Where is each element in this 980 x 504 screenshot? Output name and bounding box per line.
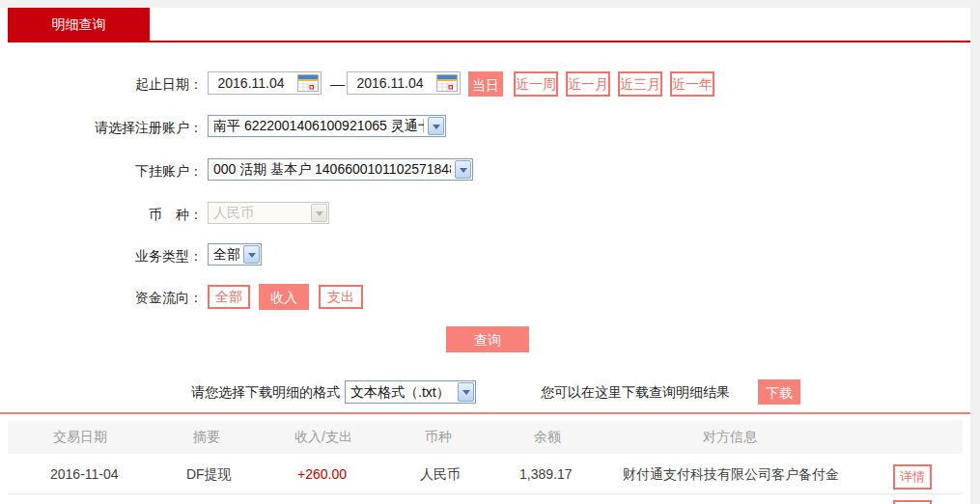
date-range-separator: —: [330, 71, 345, 97]
calendar-icon[interactable]: [297, 74, 319, 92]
chevron-down-icon: [455, 160, 471, 179]
table-header: 交易日期 摘要 收入/支出 币种 余额 对方信息: [8, 420, 963, 454]
flow-all-button[interactable]: 全部: [208, 285, 250, 309]
download-section-divider: [0, 412, 970, 414]
currency-value: 人民币: [213, 203, 307, 223]
detail-button-partial[interactable]: [893, 500, 932, 504]
cell-currency: 人民币: [420, 454, 461, 494]
register-account-value: 南平 6222001406100921065 灵通卡: [213, 116, 424, 136]
tab-underline: [8, 41, 970, 42]
quick-range-3months-button[interactable]: 近三月: [618, 71, 662, 97]
cell-balance: 1,389.17: [519, 454, 573, 494]
download-button[interactable]: 下载: [758, 379, 800, 405]
chevron-down-icon: [428, 117, 444, 135]
quick-range-week-button[interactable]: 近一周: [514, 71, 558, 97]
chevron-down-icon: [243, 245, 260, 264]
currency-select: 人民币: [208, 202, 329, 224]
col-header-amount: 收入/支出: [294, 420, 352, 454]
download-format-label: 请您选择下载明细的格式: [176, 379, 340, 405]
cell-summary: DF提现: [186, 454, 232, 494]
business-type-value: 全部: [213, 244, 239, 265]
sub-account-value: 000 活期 基本户 1406600101102571848: [213, 159, 451, 180]
date-range-label: 起止日期：: [5, 72, 203, 96]
business-type-label: 业务类型：: [5, 244, 203, 267]
date-from-field: [208, 71, 322, 95]
col-header-summary: 摘要: [193, 420, 220, 454]
date-from-input[interactable]: [209, 72, 294, 94]
detail-query-panel: 明细查询 起止日期： —: [0, 8, 970, 504]
quick-range-today-button[interactable]: 当日: [468, 71, 503, 97]
sub-account-select[interactable]: 000 活期 基本户 1406600101102571848: [208, 158, 473, 181]
cell-date: 2016-11-04: [50, 454, 119, 494]
col-header-balance: 余额: [534, 420, 561, 454]
cell-counterparty: 财付通支付科技有限公司客户备付金: [623, 454, 839, 494]
flow-income-button[interactable]: 收入: [259, 284, 309, 310]
calendar-icon[interactable]: [436, 74, 458, 92]
register-account-select[interactable]: 南平 6222001406100921065 灵通卡: [208, 115, 446, 137]
quick-range-year-button[interactable]: 近一年: [670, 71, 714, 97]
col-header-currency: 币种: [425, 420, 452, 454]
fund-flow-label: 资金流向：: [5, 286, 203, 309]
download-hint: 您可以在这里下载查询明细结果: [541, 379, 730, 405]
query-button[interactable]: 查询: [446, 326, 529, 352]
detail-button[interactable]: 详情: [893, 464, 932, 490]
download-format-select[interactable]: 文本格式（.txt）: [345, 380, 476, 404]
chevron-down-icon: [311, 204, 327, 222]
table-row-partial: [8, 495, 963, 504]
chevron-down-icon: [458, 382, 474, 402]
table-row: 2016-11-04 DF提现 +260.00 人民币 1,389.17 财付通…: [8, 454, 963, 494]
detail-query-page: 明细查询 起止日期： —: [0, 0, 980, 504]
download-format-value: 文本格式（.txt）: [350, 381, 454, 403]
col-header-counterparty: 对方信息: [703, 420, 757, 454]
sub-account-label: 下挂账户：: [5, 159, 203, 182]
flow-expense-button[interactable]: 支出: [319, 285, 363, 309]
quick-range-month-button[interactable]: 近一月: [566, 71, 610, 97]
date-to-field: [347, 71, 461, 95]
currency-label: 币 种：: [5, 203, 203, 226]
tab-detail-query[interactable]: 明细查询: [8, 8, 150, 41]
register-account-label: 请选择注册账户：: [5, 116, 203, 139]
business-type-select[interactable]: 全部: [208, 243, 262, 266]
cell-amount: +260.00: [297, 454, 347, 494]
date-to-input[interactable]: [348, 72, 433, 94]
col-header-date: 交易日期: [53, 420, 107, 454]
